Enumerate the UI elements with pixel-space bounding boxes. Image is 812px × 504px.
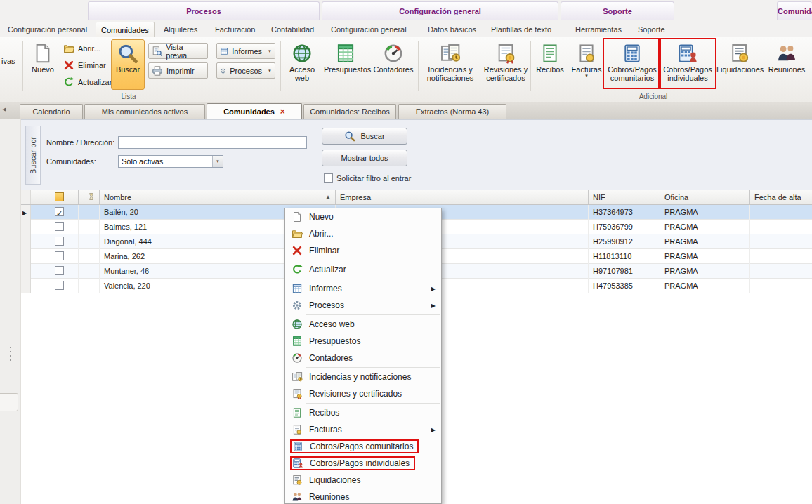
cobros-pagos-comunitarios-button[interactable]: Cobros/Pagos comunitarios — [605, 39, 659, 90]
buscar-panel-button[interactable]: Buscar — [322, 128, 407, 145]
acceso-web-button[interactable]: Acceso web — [283, 39, 321, 90]
ribbon-tab-configuracion-personal[interactable]: Configuración personal — [3, 22, 92, 37]
ribbon-tab-herramientas[interactable]: Herramientas — [570, 22, 627, 37]
row-checkbox-cell — [31, 264, 79, 279]
submenu-arrow-icon: ▶ — [431, 303, 436, 309]
row-checkbox[interactable] — [55, 281, 64, 290]
recibos-button[interactable]: Recibos — [532, 39, 568, 90]
menu-separator — [306, 314, 440, 315]
procesos-dropdown-button[interactable]: Procesos ▼ — [216, 62, 275, 79]
menu-item-revisiones[interactable]: Revisiones y certificados — [285, 385, 441, 402]
menu-item-reuniones[interactable]: Reuniones — [285, 489, 441, 504]
meetings-icon — [776, 43, 797, 64]
splitter-handle[interactable] — [10, 347, 11, 364]
row-checkbox[interactable] — [55, 222, 64, 231]
reuniones-button[interactable]: Reuniones — [765, 39, 808, 90]
cell-fecha — [750, 264, 812, 279]
incidencias-button[interactable]: Incidencias y notificaciones — [420, 39, 480, 90]
menu-item-liquidaciones[interactable]: Liquidaciones — [285, 472, 441, 489]
certificate-icon — [292, 388, 303, 399]
menu-item-abrir[interactable]: Abrir... — [285, 225, 441, 242]
solicitar-filtro-checkbox[interactable] — [324, 173, 333, 183]
row-checkbox[interactable] — [55, 237, 64, 246]
contadores-button[interactable]: Contadores — [371, 39, 416, 90]
ribbon-tab-datos-basicos[interactable]: Datos básicos — [423, 22, 481, 37]
menu-item-eliminar[interactable]: Eliminar — [285, 242, 441, 259]
row-icon-cell — [79, 249, 100, 264]
imprimir-button[interactable]: Imprimir — [148, 62, 208, 79]
buscar-button[interactable]: Buscar — [111, 39, 145, 90]
dropdown-arrow-icon: ▼ — [268, 49, 272, 53]
ribbon-tab-facturacion[interactable]: Facturación — [210, 22, 260, 37]
new-document-icon — [32, 43, 53, 64]
column-header-fecha-de-alta[interactable]: Fecha de alta — [750, 190, 812, 204]
menu-item-nuevo[interactable]: Nuevo — [285, 208, 441, 225]
informes-dropdown-button[interactable]: Informes ▼ — [216, 43, 275, 59]
ribbon-tab-configuracion-general[interactable]: Configuración general — [326, 22, 412, 37]
context-group-configuracion-general: Configuración general — [322, 1, 558, 20]
header-icon-cell[interactable] — [79, 190, 100, 204]
menu-item-incidencias[interactable]: Incidencias y notificaciones — [285, 369, 441, 385]
ribbon-tab-alquileres[interactable]: Alquileres — [159, 22, 202, 37]
row-icon-cell — [79, 234, 100, 249]
liquidaciones-button[interactable]: Liquidaciones — [716, 39, 764, 90]
menu-separator — [306, 367, 440, 368]
row-checkbox[interactable] — [55, 266, 64, 275]
doc-tab-comunidades[interactable]: Comunidades × — [207, 103, 302, 119]
menu-item-cobros-pagos-comunitarios[interactable]: Cobros/Pagos comunitarios — [285, 438, 441, 455]
search-icon — [117, 43, 138, 64]
mostrar-todos-button[interactable]: Mostrar todos — [322, 150, 407, 166]
row-checkbox[interactable]: ✓ — [55, 207, 64, 216]
ribbon-tab-comunidades[interactable]: Comunidades — [96, 22, 155, 37]
presupuestos-button[interactable]: Presupuestos — [323, 39, 368, 90]
menu-item-facturas[interactable]: Facturas▶ — [285, 421, 441, 438]
column-header-oficina[interactable]: Oficina — [660, 190, 750, 204]
menu-item-procesos[interactable]: Procesos▶ — [285, 297, 441, 314]
menu-item-cobros-pagos-individuales[interactable]: Cobros/Pagos individuales — [285, 455, 441, 472]
menu-item-recibos[interactable]: Recibos — [285, 404, 441, 421]
collapsed-panel-button[interactable] — [0, 393, 18, 411]
grid-header-row: Nombre▲ Empresa NIF Oficina Fecha de alt… — [21, 190, 812, 205]
cobros-pagos-individuales-button[interactable]: Cobros/Pagos individuales — [661, 39, 714, 90]
communities-select[interactable]: Sólo activas ▼ — [118, 155, 223, 168]
cell-oficina: PRAGMA — [660, 234, 750, 249]
individual-payments-icon — [677, 43, 698, 64]
menu-separator — [306, 260, 440, 260]
abrir-button[interactable]: Abrir... — [60, 41, 103, 56]
revisiones-button[interactable]: Revisiones y certificados — [482, 39, 530, 90]
menu-item-actualizar[interactable]: Actualizar — [285, 261, 441, 278]
dropdown-arrow-icon[interactable]: ▼ — [212, 156, 223, 167]
column-header-empresa[interactable]: Empresa — [336, 190, 589, 204]
name-address-input[interactable] — [118, 136, 307, 149]
column-header-nif[interactable]: NIF — [589, 190, 660, 204]
tab-scroll-left-icon[interactable]: ◀ — [2, 107, 6, 112]
actualizar-button[interactable]: Actualizar — [60, 74, 114, 90]
ribbon-separator — [22, 41, 23, 91]
menu-item-informes[interactable]: Informes▶ — [285, 280, 441, 297]
cell-nif: H11813110 — [589, 249, 660, 264]
vista-previa-button[interactable]: Vista previa — [148, 43, 208, 59]
doc-tab-mis-comunicados-activos[interactable]: Mis comunicados activos — [84, 104, 205, 119]
receipt-icon — [292, 407, 303, 418]
printer-icon — [152, 65, 163, 77]
close-icon[interactable]: × — [280, 107, 285, 116]
facturas-dropdown-button[interactable]: Facturas ▼ — [569, 39, 604, 90]
column-header-nombre[interactable]: Nombre▲ — [100, 190, 336, 204]
menu-item-contadores[interactable]: Contadores — [285, 350, 441, 366]
row-checkbox-cell — [31, 234, 79, 249]
menu-item-acceso-web[interactable]: Acceso web — [285, 316, 441, 333]
ribbon-tab-soporte[interactable]: Soporte — [633, 22, 670, 37]
nuevo-button[interactable]: Nuevo — [27, 39, 59, 90]
doc-tab-calendario[interactable]: Calendario — [20, 104, 83, 119]
filter-panel: Buscar por Nombre / Dirección: Comunidad… — [0, 119, 812, 190]
doc-tab-extractos-norma-43[interactable]: Extractos (Norma 43) — [398, 104, 506, 119]
row-checkbox[interactable] — [55, 251, 64, 260]
doc-tab-comunidades-recibos[interactable]: Comunidades: Recibos — [303, 104, 396, 119]
eliminar-button[interactable]: Eliminar — [60, 58, 109, 73]
select-all-checkbox[interactable] — [55, 192, 64, 201]
menu-item-presupuestos[interactable]: Presupuestos — [285, 333, 441, 350]
ribbon-tab-contabilidad[interactable]: Contabilidad — [266, 22, 319, 37]
cell-fecha — [750, 205, 812, 220]
print-preview-icon — [152, 46, 162, 57]
ribbon-tab-plantillas-de-texto[interactable]: Plantillas de texto — [486, 22, 556, 37]
